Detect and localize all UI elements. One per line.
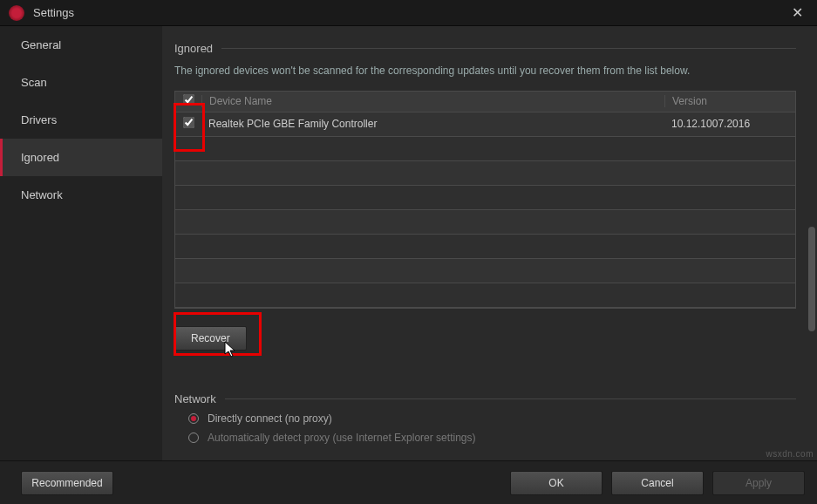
radio-auto-proxy[interactable]: Automatically detect proxy (use Internet…: [188, 432, 796, 444]
table-row-empty: [175, 186, 795, 210]
ok-button[interactable]: OK: [510, 471, 603, 495]
radio-icon: [188, 413, 199, 424]
heading-text: Network: [174, 392, 216, 405]
sidebar-item-label: Network: [21, 188, 63, 201]
sidebar: General Scan Drivers Ignored Network: [0, 26, 162, 460]
sidebar-item-scan[interactable]: Scan: [0, 64, 162, 101]
scrollbar-thumb[interactable]: [808, 227, 815, 331]
radio-label: Directly connect (no proxy): [208, 412, 332, 425]
network-section: Network Directly connect (no proxy) Auto…: [174, 392, 796, 444]
sidebar-item-label: Scan: [21, 76, 47, 89]
row-checkbox-cell: [175, 117, 201, 131]
section-description: The ignored devices won't be scanned for…: [174, 64, 796, 78]
column-header-version[interactable]: Version: [664, 95, 795, 107]
row-device-name: Realtek PCIe GBE Family Controller: [201, 118, 664, 130]
scrollbar[interactable]: [808, 52, 815, 417]
watermark: wsxdn.com: [766, 449, 814, 459]
sidebar-item-label: Drivers: [21, 113, 57, 126]
table-header: Device Name Version: [175, 92, 795, 112]
titlebar: Settings ✕: [0, 0, 817, 26]
sidebar-item-drivers[interactable]: Drivers: [0, 101, 162, 139]
ignored-table: Device Name Version Realtek PCIe GBE Fam…: [174, 91, 796, 309]
sidebar-item-general[interactable]: General: [0, 26, 162, 64]
footer: Recommended OK Cancel Apply: [0, 460, 817, 504]
section-heading-ignored: Ignored: [174, 42, 796, 55]
table-row-empty: [175, 161, 795, 186]
divider: [225, 398, 796, 399]
window-title: Settings: [33, 6, 786, 19]
table-row[interactable]: Realtek PCIe GBE Family Controller 10.12…: [175, 112, 795, 137]
apply-button[interactable]: Apply: [712, 471, 805, 495]
recommended-button[interactable]: Recommended: [21, 471, 113, 495]
divider: [221, 48, 796, 49]
header-checkbox-cell: [175, 94, 201, 108]
sidebar-item-label: General: [21, 38, 61, 51]
column-header-name[interactable]: Device Name: [201, 95, 664, 107]
table-row-empty: [175, 210, 795, 235]
main-panel: Ignored The ignored devices won't be sca…: [162, 26, 817, 460]
radio-direct-connect[interactable]: Directly connect (no proxy): [188, 412, 796, 425]
sidebar-item-ignored[interactable]: Ignored: [0, 139, 162, 176]
select-all-checkbox[interactable]: [183, 94, 194, 106]
close-icon[interactable]: ✕: [786, 4, 808, 21]
row-checkbox[interactable]: [183, 117, 194, 128]
radio-icon: [188, 432, 199, 443]
table-row-empty: [175, 283, 795, 308]
table-row-empty: [175, 235, 795, 259]
row-version: 10.12.1007.2016: [664, 118, 795, 130]
cancel-button[interactable]: Cancel: [611, 471, 704, 495]
table-row-empty: [175, 259, 795, 283]
recover-button[interactable]: Recover: [174, 326, 247, 351]
table-row-empty: [175, 137, 795, 161]
section-heading-network: Network: [174, 392, 796, 405]
sidebar-item-label: Ignored: [21, 151, 59, 164]
heading-text: Ignored: [174, 42, 213, 55]
radio-label: Automatically detect proxy (use Internet…: [208, 432, 475, 444]
sidebar-item-network[interactable]: Network: [0, 176, 162, 214]
app-icon: [9, 5, 24, 21]
